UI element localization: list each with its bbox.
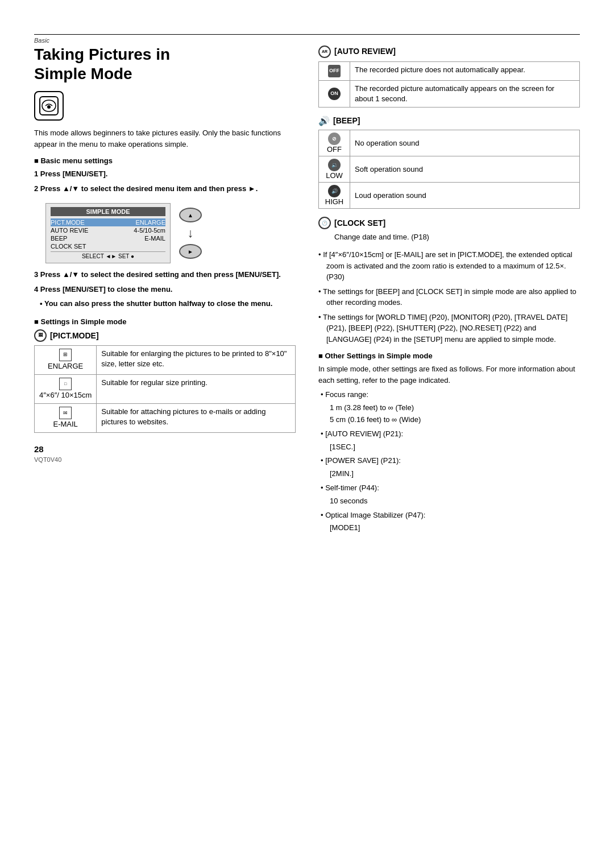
menu-row-2: AUTO REVIE 4-5/10-5cm: [51, 226, 165, 234]
pict-row-email: ✉ E-MAIL Suitable for attaching pictures…: [35, 404, 296, 433]
vqt-label: VQT0V40: [34, 456, 296, 463]
beep-icon-high: 🔊 HIGH: [319, 182, 350, 208]
focus-tele: 1 m (3.28 feet) to ∞ (Tele): [321, 402, 580, 414]
auto-review-table: OFF The recorded picture does not automa…: [318, 61, 580, 108]
auto-review-val: [1SEC.]: [321, 441, 580, 453]
focus-wide: 5 cm (0.16 feet) to ∞ (Wide): [321, 414, 580, 426]
step-3: 3 Press ▲/▼ to select the desired settin…: [34, 269, 296, 280]
pict-mode-icon: 🖼: [34, 329, 47, 342]
other-settings-section: Other Settings in Simple mode In simple …: [318, 352, 580, 534]
menu-screenshot-area: SIMPLE MODE PICT.MODE ENLARGE AUTO REVIE…: [34, 197, 296, 269]
basic-menu-heading: Basic menu settings: [34, 156, 296, 165]
other-settings-intro: In simple mode, other settings are fixed…: [318, 363, 580, 386]
auto-review-heading: AR [AUTO REVIEW]: [318, 45, 580, 58]
section-label: Basic: [34, 37, 580, 44]
beep-section-icon: 🔊: [318, 115, 330, 126]
left-column: Taking Pictures in Simple Mode This mode…: [34, 45, 296, 536]
pict-icon-enlarge: ⊞ ENLARGE: [35, 345, 97, 374]
clock-set-text: Change date and time. (P18): [334, 233, 580, 241]
page-container: Basic Taking Pictures in Simple Mode Thi…: [34, 34, 580, 536]
arrow-down: ↓: [188, 226, 194, 241]
pict-icon-email: ✉ E-MAIL: [35, 404, 97, 433]
pict-desc-enlarge: Suitable for enlarging the pictures to b…: [97, 345, 296, 374]
page-title: Taking Pictures in Simple Mode: [34, 45, 296, 83]
note-1: If [4″×6″/10×15cm] or [E-MAIL] are set i…: [318, 249, 580, 283]
bullet-note-shutter: You can also press the shutter button ha…: [40, 298, 296, 309]
pict-row-enlarge: ⊞ ENLARGE Suitable for enlarging the pic…: [35, 345, 296, 374]
step-4: 4 Press [MENU/SET] to close the menu.: [34, 284, 296, 295]
dial-up: ▲: [179, 208, 202, 222]
auto-review-row-off: OFF The recorded picture does not automa…: [319, 61, 580, 80]
beep-desc-high: Loud operation sound: [350, 182, 580, 208]
clock-set-heading: 🕐 [CLOCK SET]: [318, 217, 580, 230]
menu-title: SIMPLE MODE: [51, 207, 165, 216]
beep-row-off: ⊘ OFF No operation sound: [319, 130, 580, 156]
auto-review-icon-off: OFF: [319, 61, 350, 80]
svg-point-1: [47, 105, 51, 109]
notes-section: If [4″×6″/10×15cm] or [E-MAIL] are set i…: [318, 249, 580, 345]
step-2: 2 Press ▲/▼ to select the desired menu i…: [34, 183, 296, 195]
simple-mode-icon: [34, 91, 64, 121]
clock-set-icon: 🕐: [318, 217, 331, 230]
other-settings-list: Focus range: 1 m (3.28 feet) to ∞ (Tele)…: [318, 389, 580, 534]
beep-icon-low: 🔉 LOW: [319, 156, 350, 182]
dial-right: ►: [179, 244, 202, 259]
other-item-3: [AUTO REVIEW] (P21):: [321, 428, 580, 440]
intro-text: This mode allows beginners to take pictu…: [34, 127, 296, 150]
beep-desc-off: No operation sound: [350, 130, 580, 156]
beep-row-low: 🔉 LOW Soft operation sound: [319, 156, 580, 182]
self-timer-val: 10 seconds: [321, 495, 580, 507]
pict-mode-table: ⊞ ENLARGE Suitable for enlarging the pic…: [34, 345, 296, 433]
other-item-9: Optical Image Stabilizer (P47):: [321, 510, 580, 522]
clock-set-section: 🕐 [CLOCK SET] Change date and time. (P18…: [318, 217, 580, 242]
auto-review-desc-on: The recorded picture automatically appea…: [350, 80, 580, 107]
other-item-0: Focus range:: [321, 389, 580, 401]
pict-mode-heading: 🖼 [PICT.MODE]: [34, 329, 296, 342]
beep-table: ⊘ OFF No operation sound 🔉 LOW Soft oper…: [318, 130, 580, 209]
two-col-layout: Taking Pictures in Simple Mode This mode…: [34, 45, 580, 536]
settings-heading: Settings in Simple mode: [34, 317, 296, 326]
auto-review-desc-off: The recorded picture does not automatica…: [350, 61, 580, 80]
note-2: The settings for [BEEP] and [CLOCK SET] …: [318, 286, 580, 308]
pict-desc-size: Suitable for regular size printing.: [97, 374, 296, 403]
menu-row-1: PICT.MODE ENLARGE: [51, 218, 165, 226]
right-column: AR [AUTO REVIEW] OFF The recorded pictur…: [318, 45, 580, 536]
auto-review-icon: AR: [318, 45, 331, 58]
menu-row-3: BEEP E-MAIL: [51, 234, 165, 242]
beep-icon-off: ⊘ OFF: [319, 130, 350, 156]
other-item-5: [POWER SAVE] (P21):: [321, 455, 580, 467]
beep-heading: 🔊 [BEEP]: [318, 115, 580, 126]
beep-desc-low: Soft operation sound: [350, 156, 580, 182]
auto-review-icon-on: ON: [319, 80, 350, 107]
step-1: 1 Press [MENU/SET].: [34, 168, 296, 180]
power-save-val: [2MIN.]: [321, 468, 580, 480]
other-item-7: Self-timer (P44):: [321, 482, 580, 494]
pict-icon-size: □ 4″×6″/ 10×15cm: [35, 374, 97, 403]
menu-bottom: SELECT ◄► SET ●: [51, 251, 165, 259]
page-number: 28: [34, 444, 296, 454]
beep-row-high: 🔊 HIGH Loud operation sound: [319, 182, 580, 208]
top-rule: [34, 34, 580, 35]
settings-section: Settings in Simple mode 🖼 [PICT.MODE] ⊞ …: [34, 317, 296, 433]
pict-desc-email: Suitable for attaching pictures to e-mai…: [97, 404, 296, 433]
other-settings-heading: Other Settings in Simple mode: [318, 352, 580, 360]
dial-icon: ▲ ↓ ►: [176, 208, 205, 259]
auto-review-row-on: ON The recorded picture automatically ap…: [319, 80, 580, 107]
pict-row-size: □ 4″×6″/ 10×15cm Suitable for regular si…: [35, 374, 296, 403]
note-3: The settings for [WORLD TIME] (P20), [MO…: [318, 312, 580, 345]
menu-row-4: CLOCK SET: [51, 242, 165, 250]
ois-val: [MODE1]: [321, 522, 580, 534]
menu-screenshot: SIMPLE MODE PICT.MODE ENLARGE AUTO REVIE…: [45, 203, 171, 263]
